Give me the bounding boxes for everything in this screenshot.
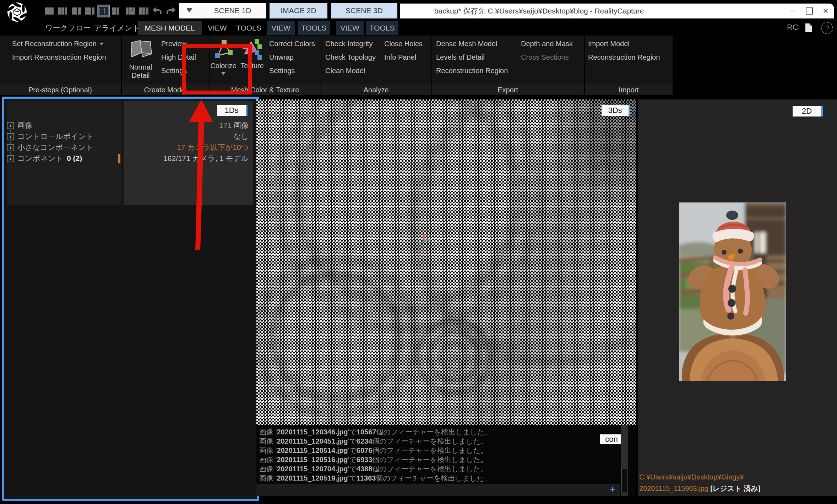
menu-tools-1[interactable]: TOOLS (233, 21, 265, 35)
log-prefix: 画像 ' (259, 437, 277, 445)
tree-item[interactable]: + コンポネント 0 (2) (7, 154, 82, 163)
registration-status: [レジスト 済み] (710, 484, 760, 492)
ribbon-set-reconstruction-region[interactable]: Set Reconstruction Region (12, 40, 104, 48)
ribbon-reconstruction-region-import[interactable]: Reconstruction Region (588, 53, 660, 61)
layout-many-panes-icon[interactable] (138, 5, 150, 17)
log-mid: 'で (348, 465, 357, 473)
tree-item-count: 0 (2) (67, 154, 82, 163)
log-line: 画像 '20201115_120704.jpg'で4388個のフィーチャーを検出… (259, 464, 488, 474)
expand-icon[interactable]: + (7, 155, 14, 162)
menu-view-3[interactable]: VIEW (336, 21, 364, 35)
redo-icon[interactable] (165, 5, 177, 17)
expand-icon[interactable]: + (7, 133, 14, 140)
menu-view-2[interactable]: VIEW (267, 21, 295, 35)
ribbon-check-integrity[interactable]: Check Integrity (325, 40, 373, 48)
menu-tools-3[interactable]: TOOLS (366, 21, 398, 35)
normal-detail-button[interactable]: Normal Detail (124, 38, 158, 80)
layout-mixed-icon[interactable] (124, 5, 136, 17)
image-filename: 20201115_115903.jpg (639, 484, 708, 492)
ribbon-settings-texture[interactable]: Settings (269, 67, 295, 75)
log-prefix: 画像 ' (259, 428, 277, 436)
close-button[interactable]: ✕ (817, 4, 834, 18)
ribbon-close-holes[interactable]: Close Holes (384, 40, 423, 48)
minimize-button[interactable] (785, 4, 801, 18)
expand-icon[interactable]: + (7, 144, 14, 151)
menu-mesh-model[interactable]: MESH MODEL (138, 21, 202, 35)
layout-three-columns-icon[interactable] (57, 5, 69, 17)
group-label-import: Import (585, 85, 673, 95)
expand-console-button[interactable]: + (610, 484, 615, 494)
pane-badge-3ds[interactable]: 3Ds (602, 105, 630, 116)
ribbon-separator (121, 36, 122, 95)
ribbon-reconstruction-region-export[interactable]: Reconstruction Region (436, 67, 508, 75)
image-path-filename: 20201115_115903.jpg [レジスト 済み] (639, 484, 760, 493)
pane-badge-1ds[interactable]: 1Ds (217, 105, 248, 116)
layout-main-plus-side-icon[interactable] (97, 5, 109, 17)
ribbon-cross-sections: Cross Sections (521, 53, 569, 61)
log-count: 4388 (357, 465, 373, 473)
realitycapture-logo-icon[interactable] (6, 1, 28, 23)
undo-icon[interactable] (151, 5, 163, 17)
menu-view-1[interactable]: VIEW (204, 21, 230, 35)
layout-grid-icon[interactable] (111, 5, 123, 17)
log-line: 画像 '20201115_120514.jpg'で6076個のフィーチャーを検出… (259, 446, 488, 455)
stat-text: 画像 (232, 121, 249, 129)
ribbon-unwrap[interactable]: Unwrap (269, 53, 294, 61)
log-suffix: 個のフィーチャーを検出しました。 (372, 446, 488, 454)
set-reconstruction-region-label: Set Reconstruction Region (12, 40, 97, 48)
layout-two-columns-icon[interactable] (70, 5, 82, 17)
expand-icon[interactable]: + (7, 122, 14, 129)
group-label-analyze: Analyze (321, 85, 431, 95)
mesh-quads-icon (125, 38, 157, 62)
selection-marker (118, 154, 120, 163)
tab-scene-1d[interactable]: SCENE 1D (199, 3, 266, 18)
ribbon-import-reconstruction-region[interactable]: Import Reconstruction Region (12, 53, 106, 61)
log-scrollbar[interactable] (621, 425, 628, 496)
chevron-down-icon (99, 43, 104, 48)
ribbon-info-panel[interactable]: Info Panel (384, 53, 416, 61)
ribbon-dense-mesh-model[interactable]: Dense Mesh Model (436, 40, 497, 48)
log-line: 画像 '20201115_120346.jpg'で10567個のフィーチャーを検… (259, 427, 491, 437)
help-icon[interactable]: ? (821, 22, 833, 34)
tab-image-2d[interactable]: IMAGE 2D (270, 3, 327, 18)
scene-tree-panel[interactable] (7, 101, 121, 205)
menu-alignment[interactable]: アライメント (91, 21, 143, 35)
log-file: 20201115_120451.jpg (277, 437, 348, 445)
log-prefix: 画像 ' (259, 446, 277, 454)
ribbon-clean-model[interactable]: Clean Model (325, 67, 365, 75)
log-file: 20201115_120519.jpg (277, 474, 348, 482)
scrollbar-thumb[interactable] (621, 468, 627, 492)
tab-scene-1d-label: SCENE 1D (214, 6, 251, 15)
ribbon-levels-of-detail[interactable]: Levels of Detail (436, 53, 485, 61)
pane-badge-2d[interactable]: 2D (793, 106, 823, 116)
viewport-3d[interactable] (256, 99, 636, 425)
ribbon-separator (321, 36, 321, 95)
log-count: 6234 (357, 437, 373, 445)
rc-label: RC (787, 23, 798, 32)
group-label-export: Export (432, 85, 583, 95)
chevron-down-icon (187, 9, 192, 15)
tree-item[interactable]: + 小さなコンポーネント (7, 143, 97, 152)
gingerbread-photo[interactable] (679, 202, 786, 381)
new-document-icon[interactable] (805, 23, 812, 33)
tree-item[interactable]: + 画像 (7, 121, 36, 130)
menu-workflow[interactable]: ワークフロー (42, 21, 94, 35)
tab-image-2d-label: IMAGE 2D (281, 6, 316, 15)
log-mid: 'で (348, 446, 357, 454)
log-suffix: 個のフィーチャーを検出しました。 (372, 456, 488, 464)
stat-text: なし (233, 132, 249, 140)
ribbon-correct-colors[interactable]: Correct Colors (269, 40, 315, 48)
ribbon-import-model[interactable]: Import Model (588, 40, 630, 48)
log-mid: 'で (348, 456, 357, 464)
ribbon-check-topology[interactable]: Check Topology (325, 53, 376, 61)
stat-prefix: 171 (219, 121, 232, 129)
layout-single-icon[interactable] (43, 5, 55, 17)
collapse-ribbon-icon (187, 8, 192, 9)
menu-tools-2[interactable]: TOOLS (298, 21, 330, 35)
ribbon-depth-and-mask[interactable]: Depth and Mask (521, 40, 573, 48)
layout-rows-left-icon[interactable] (84, 5, 96, 17)
normal-detail-label-2: Detail (124, 71, 158, 80)
tab-scene-3d[interactable]: SCENE 3D (331, 3, 397, 18)
maximize-button[interactable] (801, 4, 817, 18)
tree-item[interactable]: + コントロールポイント (7, 132, 97, 141)
